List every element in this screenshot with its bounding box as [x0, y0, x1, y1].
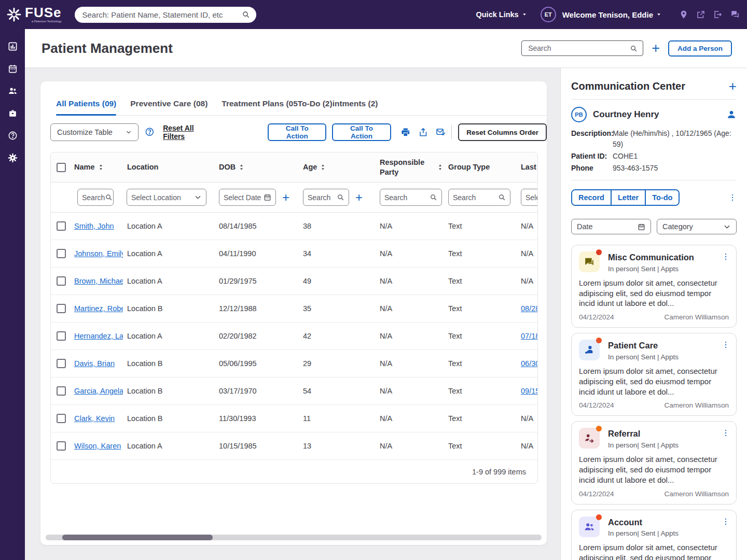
- topbar-right-cluster: Quick Links ET Welcome Tenison, Eddie: [476, 7, 740, 22]
- column-header-age[interactable]: Age: [299, 162, 376, 172]
- tab-all-patients-09[interactable]: All Patients (09): [56, 99, 116, 115]
- last-appointment-link[interactable]: 08/28/: [521, 304, 538, 313]
- record-button[interactable]: Record: [572, 190, 611, 205]
- sidebar-item-calendar[interactable]: [0, 58, 25, 80]
- row-checkbox[interactable]: [57, 276, 66, 286]
- patient-name-link[interactable]: Garcia, Angela: [74, 387, 123, 395]
- patient-name-link[interactable]: Clark, Kevin: [74, 414, 115, 423]
- quick-links-menu[interactable]: Quick Links: [476, 10, 527, 19]
- column-header-location[interactable]: Location: [123, 162, 215, 172]
- filter-input-location[interactable]: Select Location: [127, 189, 206, 206]
- person-icon[interactable]: [726, 109, 737, 120]
- global-search-input[interactable]: [81, 10, 242, 20]
- kebab-menu-icon[interactable]: [722, 253, 730, 261]
- filter-input-last-a[interactable]: Select: [521, 189, 538, 206]
- add-filter-button[interactable]: +: [355, 191, 363, 204]
- search-icon[interactable]: [242, 10, 250, 19]
- last-appointment-link[interactable]: 06/30/: [521, 359, 538, 368]
- add-a-person-button[interactable]: Add a Person: [668, 40, 732, 57]
- kebab-menu-icon[interactable]: [722, 517, 730, 526]
- sidebar-item-briefcase[interactable]: [0, 102, 25, 124]
- table-row: Smith, JohnLocation A08/14/198538N/AText…: [51, 213, 537, 240]
- welcome-user-menu[interactable]: Welcome Tenison, Eddie: [562, 10, 661, 19]
- cell-age: 34: [303, 249, 311, 258]
- search-icon[interactable]: [630, 45, 638, 52]
- add-icon-button[interactable]: +: [652, 41, 660, 55]
- select-all-checkbox[interactable]: [57, 163, 66, 172]
- cell-group-type: Text: [448, 277, 462, 285]
- customize-table-select[interactable]: Customize Table: [50, 123, 139, 141]
- call-to-action-button-2[interactable]: Call To Action: [332, 123, 391, 141]
- last-appointment-link[interactable]: 07/18/: [521, 332, 538, 340]
- open-in-new-icon[interactable]: [696, 10, 706, 19]
- to-do-button[interactable]: To-do: [645, 190, 679, 205]
- global-search[interactable]: [75, 7, 256, 23]
- patient-search[interactable]: [521, 40, 643, 56]
- patient-search-input[interactable]: [527, 44, 630, 53]
- row-checkbox[interactable]: [57, 359, 66, 368]
- horizontal-scrollbar[interactable]: [46, 535, 542, 540]
- sidebar-item-settings[interactable]: [0, 147, 25, 169]
- reset-all-filters-link[interactable]: Reset All Filters: [163, 124, 214, 141]
- category-filter[interactable]: Category: [657, 219, 737, 234]
- row-checkbox[interactable]: [57, 414, 66, 423]
- column-header-last-a[interactable]: Last A: [517, 162, 538, 172]
- print-icon[interactable]: [400, 127, 411, 138]
- mail-check-icon[interactable]: [436, 127, 446, 138]
- patient-name-link[interactable]: Davis, Brian: [74, 359, 115, 368]
- patient-name-link[interactable]: Wilson, Karen: [74, 442, 121, 450]
- row-checkbox[interactable]: [57, 386, 66, 396]
- filter-input-group-type[interactable]: Search: [448, 189, 510, 206]
- patient-name-link[interactable]: Brown, Michael: [74, 277, 123, 285]
- row-checkbox[interactable]: [57, 221, 66, 231]
- row-checkbox[interactable]: [57, 331, 66, 341]
- table-row: Wilson, KarenLocation A10/15/198513N/ATe…: [51, 432, 537, 460]
- scrollbar-thumb[interactable]: [62, 535, 213, 540]
- card-body: Lorem ipsum dolor sit amet, consectetur …: [579, 454, 729, 485]
- row-checkbox[interactable]: [57, 304, 66, 313]
- last-appointment-link[interactable]: 09/15/: [521, 387, 538, 395]
- kebab-menu-icon[interactable]: [722, 341, 730, 349]
- tab-preventive-care-08[interactable]: Preventive Care (08): [130, 99, 208, 115]
- cell-responsible-party: N/A: [380, 359, 392, 368]
- cell-location: Location A: [127, 277, 162, 285]
- tab-intments-2[interactable]: intments (2): [333, 99, 378, 115]
- letter-button[interactable]: Letter: [611, 190, 645, 205]
- sidebar-item-help[interactable]: [0, 124, 25, 147]
- date-filter[interactable]: Date: [571, 219, 651, 234]
- kebab-menu-icon[interactable]: [722, 429, 730, 437]
- cell-responsible-party: N/A: [380, 277, 392, 285]
- filter-input-dob[interactable]: Select Date: [219, 189, 276, 206]
- chat-icon[interactable]: [730, 10, 740, 19]
- column-header-group-type[interactable]: Group Type: [444, 162, 517, 172]
- tab-to-do-2[interactable]: To-Do (2): [298, 99, 333, 115]
- column-header-name[interactable]: Name: [70, 162, 123, 172]
- export-icon[interactable]: [418, 127, 428, 138]
- column-header-dob[interactable]: DOB: [215, 162, 299, 172]
- help-icon[interactable]: [145, 127, 155, 137]
- add-filter-button[interactable]: +: [282, 191, 289, 204]
- sidebar-item-bar-chart[interactable]: [0, 35, 25, 58]
- filter-input-name[interactable]: Search: [77, 189, 114, 206]
- patient-name-link[interactable]: Martinez, Robe: [74, 304, 123, 313]
- filter-input-responsible-party[interactable]: Search: [380, 189, 442, 206]
- card-author: Cameron Williamson: [664, 401, 729, 409]
- add-communication-button[interactable]: +: [729, 79, 737, 93]
- location-pin-icon[interactable]: [679, 10, 688, 19]
- user-avatar[interactable]: ET: [541, 7, 556, 22]
- filter-input-age[interactable]: Search: [303, 189, 349, 206]
- reset-columns-order-button[interactable]: Reset Columns Order: [458, 123, 547, 141]
- patient-name-link[interactable]: Johnson, Emily: [74, 249, 123, 258]
- notification-dot: [596, 338, 602, 343]
- kebab-menu-icon[interactable]: [728, 193, 737, 202]
- column-header-responsible-party[interactable]: Responsible Party: [376, 158, 444, 176]
- call-to-action-button[interactable]: Call To Action: [268, 123, 326, 141]
- patient-name-link[interactable]: Smith, John: [74, 222, 114, 230]
- sign-out-icon[interactable]: [713, 10, 723, 19]
- row-checkbox[interactable]: [57, 441, 66, 451]
- patient-name-link[interactable]: Hernandez, Lau: [74, 332, 123, 340]
- cell-group-type: Text: [448, 387, 462, 395]
- tab-treatment-plans-05[interactable]: Treatment Plans (05: [222, 99, 297, 115]
- sidebar-item-people[interactable]: [0, 80, 25, 102]
- row-checkbox[interactable]: [57, 249, 66, 258]
